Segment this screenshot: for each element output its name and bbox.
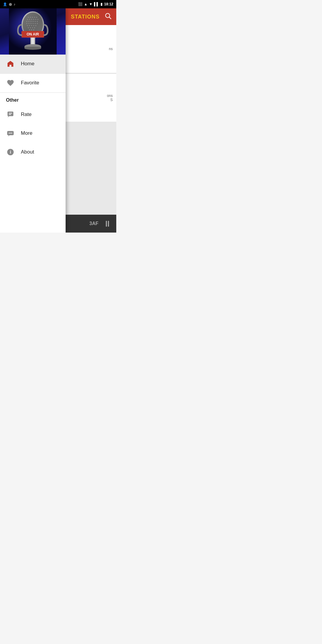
svg-point-45 bbox=[33, 25, 34, 26]
drawer-hero: ON AIR bbox=[0, 8, 66, 55]
battery-icon: ▮ bbox=[100, 2, 103, 6]
other-section-header: Other bbox=[0, 93, 66, 105]
svg-point-52 bbox=[31, 29, 32, 30]
navigation-drawer: ON AIR bbox=[0, 8, 66, 233]
svg-point-23 bbox=[36, 17, 37, 18]
svg-point-46 bbox=[35, 25, 36, 26]
svg-point-39 bbox=[32, 23, 34, 24]
svg-point-50 bbox=[34, 27, 35, 28]
nav-item-about[interactable]: i About bbox=[0, 143, 66, 162]
player-station-code: 3AF bbox=[89, 221, 98, 226]
nav-item-favorite[interactable]: Favorite bbox=[0, 74, 66, 92]
more-icon-wrapper bbox=[6, 129, 15, 138]
home-icon-wrapper bbox=[6, 59, 15, 68]
drawer-nav: Home Favorite Other bbox=[0, 55, 66, 233]
svg-point-24 bbox=[27, 19, 28, 20]
svg-point-20 bbox=[30, 17, 31, 18]
svg-point-19 bbox=[28, 17, 29, 18]
heart-icon-wrapper bbox=[6, 78, 15, 87]
svg-point-51 bbox=[29, 29, 30, 30]
svg-point-53 bbox=[33, 29, 34, 30]
info-icon: i bbox=[7, 148, 14, 156]
aperture-icon: ◎ bbox=[9, 2, 12, 6]
svg-point-26 bbox=[31, 19, 32, 20]
pause-button[interactable]: ⏸ bbox=[103, 219, 112, 229]
status-right-icons: ⬛ ▲ ▼ ▌▌ ▮ 18:12 bbox=[78, 2, 114, 6]
home-icon bbox=[7, 60, 14, 68]
svg-point-22 bbox=[34, 17, 35, 18]
svg-point-30 bbox=[26, 21, 27, 22]
rate-icon bbox=[7, 111, 14, 118]
svg-rect-60 bbox=[7, 112, 13, 116]
svg-point-32 bbox=[30, 21, 32, 22]
svg-point-21 bbox=[32, 17, 33, 18]
svg-point-59 bbox=[24, 47, 41, 50]
favorite-label: Favorite bbox=[21, 80, 39, 86]
svg-point-40 bbox=[35, 23, 36, 24]
status-bar: 👤 ◎ ♪ ⬛ ▲ ▼ ▌▌ ▮ 18:12 bbox=[0, 0, 116, 8]
svg-point-31 bbox=[28, 21, 30, 22]
nav-item-more[interactable]: More bbox=[0, 124, 66, 143]
svg-point-66 bbox=[9, 133, 10, 134]
svg-point-43 bbox=[29, 25, 30, 26]
home-label: Home bbox=[21, 61, 34, 67]
svg-point-49 bbox=[32, 27, 33, 28]
heart-icon bbox=[7, 79, 14, 87]
svg-point-37 bbox=[28, 23, 30, 24]
svg-marker-61 bbox=[7, 116, 10, 117]
more-label: More bbox=[21, 130, 32, 136]
svg-point-48 bbox=[30, 27, 31, 28]
cast-icon: ⬛ bbox=[78, 2, 83, 6]
wifi-icon: ▼ bbox=[89, 2, 92, 6]
svg-point-38 bbox=[30, 23, 32, 24]
svg-point-42 bbox=[27, 25, 28, 26]
svg-point-33 bbox=[32, 21, 34, 22]
rate-icon-wrapper bbox=[6, 110, 15, 119]
app-container: STATIONS bbox=[0, 8, 116, 233]
more-icon bbox=[7, 129, 14, 137]
svg-point-29 bbox=[37, 19, 38, 20]
svg-point-35 bbox=[37, 21, 38, 22]
svg-point-44 bbox=[31, 25, 32, 26]
svg-point-36 bbox=[26, 23, 27, 24]
hero-image: ON AIR bbox=[9, 8, 57, 55]
svg-point-28 bbox=[35, 19, 36, 20]
svg-text:ON AIR: ON AIR bbox=[27, 32, 39, 36]
signal-icon: ▌▌ bbox=[94, 2, 99, 6]
rate-label: Rate bbox=[21, 112, 32, 117]
music-icon: ♪ bbox=[14, 2, 16, 6]
search-button[interactable] bbox=[104, 12, 112, 21]
clock: 18:12 bbox=[104, 2, 113, 6]
about-icon-wrapper: i bbox=[6, 148, 15, 157]
about-label: About bbox=[21, 149, 34, 155]
svg-point-68 bbox=[11, 133, 12, 134]
svg-point-41 bbox=[37, 23, 38, 24]
person-icon: 👤 bbox=[3, 2, 7, 6]
svg-point-27 bbox=[33, 19, 34, 20]
status-left-icons: 👤 ◎ ♪ bbox=[3, 2, 16, 6]
svg-marker-65 bbox=[8, 135, 10, 137]
svg-point-34 bbox=[35, 21, 36, 22]
nav-item-home[interactable]: Home bbox=[0, 55, 66, 73]
svg-point-47 bbox=[28, 27, 29, 28]
svg-point-67 bbox=[10, 133, 11, 134]
svg-text:i: i bbox=[10, 149, 11, 154]
svg-point-25 bbox=[29, 19, 30, 20]
svg-line-1 bbox=[109, 17, 111, 19]
nav-item-rate[interactable]: Rate bbox=[0, 105, 66, 124]
arrow-icon: ▲ bbox=[84, 2, 88, 6]
